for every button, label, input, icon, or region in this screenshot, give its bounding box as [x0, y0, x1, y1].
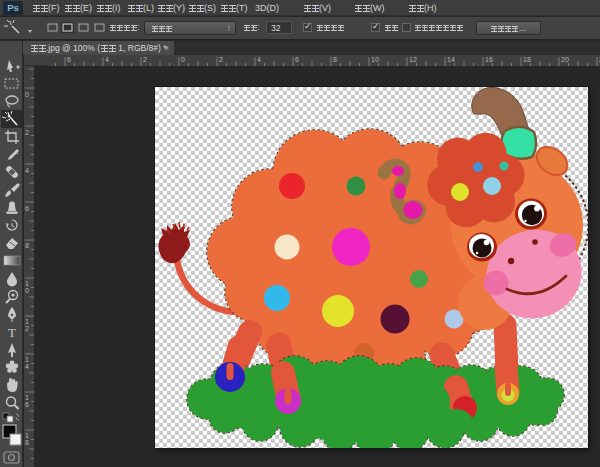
svg-text:10: 10: [371, 56, 379, 63]
svg-text:8: 8: [333, 56, 337, 63]
svg-text:6: 6: [295, 56, 299, 63]
svg-text:4: 4: [25, 363, 29, 370]
svg-text:6: 6: [25, 205, 29, 212]
svg-text:4: 4: [257, 56, 261, 63]
svg-text:T: T: [8, 325, 16, 340]
svg-text:14: 14: [447, 56, 455, 63]
svg-text:4: 4: [25, 167, 29, 174]
svg-text:1: 1: [25, 318, 29, 325]
svg-text:2: 2: [25, 129, 29, 136]
svg-text:2: 2: [143, 56, 147, 63]
svg-text:1: 1: [25, 356, 29, 363]
svg-text:2: 2: [25, 325, 29, 332]
svg-text:1: 1: [25, 432, 29, 439]
svg-text:12: 12: [409, 56, 417, 63]
svg-text:20: 20: [561, 56, 569, 63]
svg-text:0: 0: [181, 56, 185, 63]
svg-text:2: 2: [219, 56, 223, 63]
svg-text:6: 6: [25, 401, 29, 408]
svg-text:4: 4: [105, 56, 109, 63]
svg-text:1: 1: [25, 280, 29, 287]
svg-text:18: 18: [523, 56, 531, 63]
svg-text:8: 8: [25, 242, 29, 249]
svg-text:0: 0: [25, 91, 29, 98]
svg-text:8: 8: [25, 439, 29, 446]
svg-text:1: 1: [25, 394, 29, 401]
svg-text:6: 6: [67, 56, 71, 63]
svg-text:0: 0: [25, 287, 29, 294]
svg-text:16: 16: [485, 56, 493, 63]
